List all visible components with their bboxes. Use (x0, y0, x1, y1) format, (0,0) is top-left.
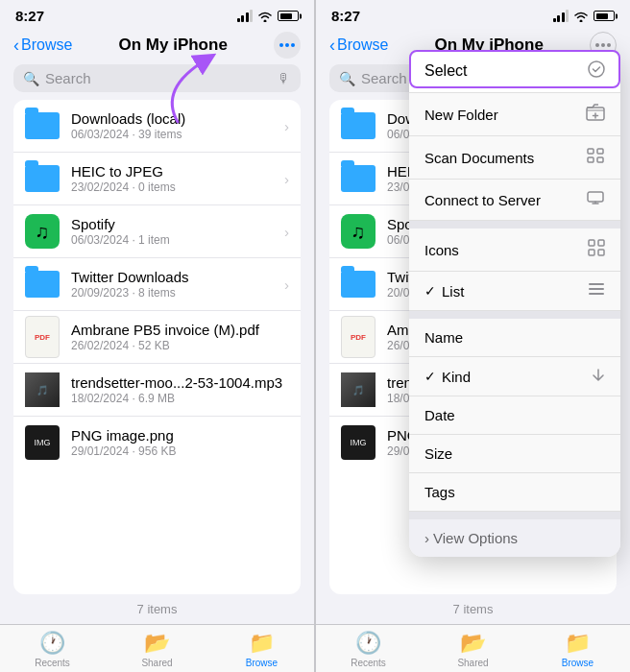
tab-browse-right[interactable]: 📁 Browse (525, 631, 630, 668)
file-item-twitter[interactable]: Twitter Downloads 20/09/2023 · 8 items › (13, 258, 301, 311)
menu-item-name[interactable]: Name (409, 319, 620, 357)
menu-item-list[interactable]: ✓ List (409, 272, 620, 311)
list-view-icon (588, 282, 605, 300)
menu-label-name: Name (424, 329, 463, 346)
file-meta: 18/02/2024 · 6.9 MB (71, 392, 289, 405)
svg-rect-5 (597, 157, 603, 162)
search-icon-right: 🔍 (339, 71, 355, 86)
menu-item-icons[interactable]: Icons (409, 228, 620, 272)
png-icon: IMG (25, 425, 60, 460)
svg-rect-10 (598, 250, 604, 255)
page-title-left: On My iPhone (119, 36, 228, 55)
menu-item-kind[interactable]: ✓ Kind (409, 357, 620, 396)
menu-divider-2 (409, 311, 620, 319)
file-name: Ambrane PB5 invoice (M).pdf (71, 322, 289, 338)
svg-rect-6 (588, 192, 603, 202)
back-button-left[interactable]: ‹ Browse (13, 36, 72, 56)
shared-tab-icon: 📂 (144, 631, 170, 656)
menu-item-size[interactable]: Size (409, 435, 620, 473)
shared-tab-label: Shared (141, 658, 172, 668)
svg-rect-8 (598, 240, 604, 246)
menu-item-select[interactable]: Select (409, 50, 620, 93)
status-icons-right (553, 10, 616, 22)
recents-tab-icon: 🕐 (39, 631, 65, 656)
more-button-left[interactable] (274, 32, 301, 59)
search-bar-left[interactable]: 🔍 Search 🎙 (13, 64, 301, 92)
browse-tab-icon-right: 📁 (565, 631, 591, 656)
file-item-png[interactable]: IMG PNG image.png 29/01/2024 · 956 KB (13, 417, 301, 468)
menu-label-new-folder: New Folder (424, 107, 498, 123)
status-time-right: 8:27 (331, 8, 360, 24)
search-icon-left: 🔍 (23, 71, 39, 86)
shared-tab-label-right: Shared (457, 658, 488, 668)
mp3-icon: 🎵 (25, 372, 60, 407)
search-placeholder-left: Search (45, 70, 272, 86)
new-folder-icon (586, 104, 605, 125)
scan-icon (586, 147, 605, 168)
kind-check-icon: ✓ (424, 369, 436, 384)
status-bar-left: 8:27 (0, 0, 314, 28)
signal-icon (237, 10, 254, 22)
file-item-pdf[interactable]: PDF Ambrane PB5 invoice (M).pdf 26/02/20… (13, 311, 301, 364)
menu-item-new-folder[interactable]: New Folder (409, 93, 620, 136)
menu-item-connect[interactable]: Connect to Server (409, 180, 620, 221)
menu-label-select: Select (424, 62, 467, 80)
mic-icon-left: 🎙 (278, 71, 291, 86)
menu-divider-3 (409, 512, 620, 519)
connect-icon (586, 190, 605, 209)
chevron-right-icon: › (284, 171, 289, 187)
file-item-spotify[interactable]: ♫ Spotify 06/03/2024 · 1 item › (13, 205, 301, 258)
status-bar-right: 8:27 (316, 0, 630, 28)
menu-item-view-options[interactable]: › View Options (409, 519, 620, 557)
file-meta: 29/01/2024 · 956 KB (71, 444, 289, 458)
folder-icon-twitter (25, 267, 60, 301)
item-count-left: 7 items (0, 594, 314, 624)
file-name: Downloads (local) (71, 110, 273, 127)
tab-bar-right: 🕐 Recents 📂 Shared 📁 Browse (316, 624, 630, 672)
list-check-icon: ✓ (424, 283, 436, 299)
folder-icon-downloads (25, 108, 60, 143)
menu-label-date: Date (424, 407, 455, 423)
select-icon (588, 60, 605, 82)
file-name: Spotify (71, 216, 273, 232)
svg-rect-4 (588, 157, 594, 162)
chevron-right-icon: › (284, 276, 289, 293)
tab-shared-left[interactable]: 📂 Shared (105, 631, 209, 668)
wifi-icon-right (573, 11, 589, 22)
browse-tab-icon: 📁 (249, 631, 275, 656)
menu-label-scan: Scan Documents (424, 150, 534, 166)
menu-item-scan[interactable]: Scan Documents (409, 136, 620, 180)
file-meta: 26/02/2024 · 52 KB (71, 339, 289, 352)
pdf-icon: PDF (25, 320, 60, 354)
file-list-left: Downloads (local) 06/03/2024 · 39 items … (13, 100, 301, 594)
file-name: trendsetter-moo...2-53-1004.mp3 (71, 374, 289, 391)
context-menu: Select New Folder Scan Documents Connect… (409, 50, 620, 557)
tab-recents-left[interactable]: 🕐 Recents (0, 631, 105, 668)
tab-browse-left[interactable]: 📁 Browse (209, 631, 314, 668)
menu-item-date[interactable]: Date (409, 396, 620, 435)
file-item-downloads[interactable]: Downloads (local) 06/03/2024 · 39 items … (13, 100, 301, 153)
file-name: PNG image.png (71, 427, 289, 444)
item-count-right: 7 items (316, 594, 630, 624)
left-panel: 8:27 ‹ Browse On My iPhone (0, 0, 315, 672)
recents-tab-icon-right: 🕐 (355, 631, 381, 656)
svg-rect-3 (597, 149, 603, 154)
menu-label-kind: ✓ Kind (424, 369, 471, 385)
kind-sort-icon (592, 368, 605, 385)
chevron-right-icon: › (284, 224, 289, 240)
file-name: HEIC to JPEG (71, 163, 273, 180)
file-name: Twitter Downloads (71, 269, 273, 285)
file-item-heic[interactable]: HEIC to JPEG 23/02/2024 · 0 items › (13, 153, 301, 205)
tab-recents-right[interactable]: 🕐 Recents (316, 631, 421, 668)
browse-tab-label: Browse (246, 658, 278, 668)
battery-icon-right (594, 11, 615, 21)
menu-item-tags[interactable]: Tags (409, 473, 620, 512)
chevron-right-icon: › (284, 118, 289, 134)
file-item-mp3[interactable]: 🎵 trendsetter-moo...2-53-1004.mp3 18/02/… (13, 364, 301, 417)
tab-shared-right[interactable]: 📂 Shared (421, 631, 525, 668)
recents-tab-label-right: Recents (351, 658, 386, 668)
file-meta: 06/03/2024 · 39 items (71, 128, 273, 141)
menu-divider-1 (409, 221, 620, 228)
back-button-right[interactable]: ‹ Browse (329, 36, 388, 56)
browse-tab-label-right: Browse (562, 658, 594, 668)
